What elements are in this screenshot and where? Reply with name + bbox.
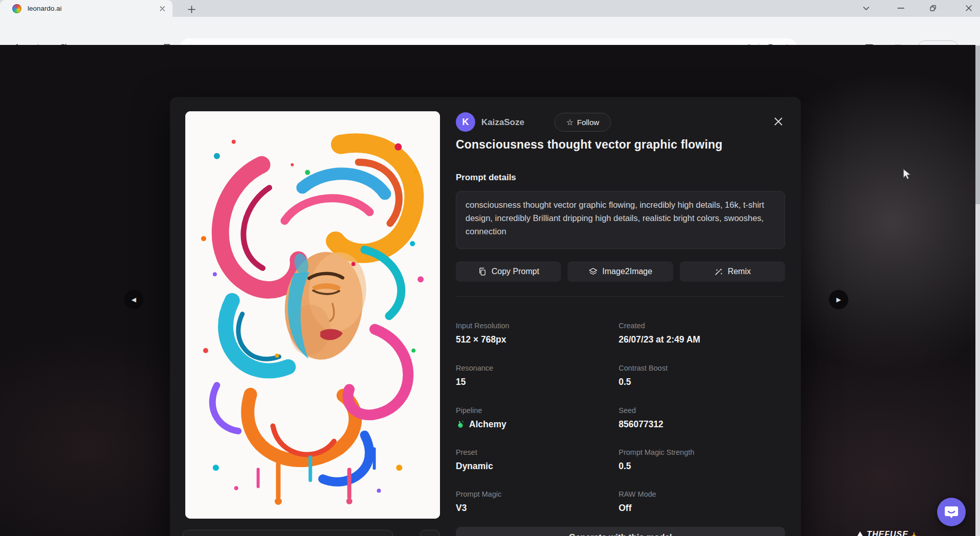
generate-with-model-button[interactable]: Generate with this model — [456, 527, 785, 536]
remix-label: Remix — [728, 267, 751, 276]
tab-close-icon[interactable] — [157, 4, 167, 14]
watermark-text: THEFUSE — [867, 530, 909, 536]
watermark-flame-icon — [912, 531, 917, 536]
browser-toolbar: app.leonardo.ai — [0, 17, 980, 45]
next-arrow-icon: ▶ — [836, 296, 841, 303]
window-minimize-icon[interactable] — [893, 1, 909, 15]
image2image-label: Image2Image — [602, 267, 652, 276]
user-name[interactable]: KaizaSoze — [481, 117, 524, 128]
user-avatar[interactable]: K — [456, 112, 475, 132]
support-chat-button[interactable] — [937, 498, 966, 526]
detail-input-resolution: Input Resolution 512 × 768px — [456, 321, 609, 346]
detail-prompt-magic: Prompt Magic V3 — [456, 490, 609, 514]
detail-row: Prompt Magic V3 RAW Mode Off — [456, 490, 785, 517]
bottom-action-bar[interactable] — [183, 530, 393, 536]
detail-row: Pipeline Alchemy Seed 856077312 — [456, 406, 785, 433]
leonardo-favicon-icon — [12, 4, 21, 13]
remix-button[interactable]: Remix — [680, 261, 785, 282]
window-close-icon[interactable] — [961, 1, 976, 15]
detail-row: Preset Dynamic Prompt Magic Strength 0.5 — [456, 448, 785, 475]
bottom-action-button[interactable] — [420, 530, 440, 536]
watermark-triangle-icon — [856, 531, 864, 536]
detail-contrast-boost: Contrast Boost 0.5 — [619, 363, 772, 388]
prompt-details-heading: Prompt details — [456, 173, 516, 183]
browser-tab-strip: leonardo.ai — [0, 0, 980, 17]
copy-prompt-label: Copy Prompt — [492, 267, 539, 276]
detail-raw-mode: RAW Mode Off — [619, 490, 772, 514]
image2image-button[interactable]: Image2Image — [568, 261, 673, 282]
copy-icon — [478, 267, 487, 276]
watermark: THEFUSE — [856, 530, 917, 536]
prev-arrow-icon: ◀ — [131, 296, 136, 303]
prompt-text: consciousness thought vector graphic flo… — [456, 191, 785, 249]
detail-preset: Preset Dynamic — [456, 448, 609, 472]
close-modal-icon[interactable] — [771, 114, 786, 129]
page-scrollbar-thumb[interactable] — [975, 46, 980, 204]
prompt-actions: Copy Prompt Image2Image Remix — [456, 261, 785, 282]
generated-image[interactable] — [185, 111, 440, 519]
chat-icon — [944, 504, 959, 520]
browser-tab[interactable]: leonardo.ai — [0, 0, 173, 17]
layers-icon — [589, 267, 598, 276]
detail-row: Input Resolution 512 × 768px Created 26/… — [456, 321, 785, 349]
new-tab-button[interactable] — [185, 3, 198, 16]
follow-label: Follow — [577, 118, 599, 127]
detail-row: Resonance 15 Contrast Boost 0.5 — [456, 363, 785, 391]
detail-resonance: Resonance 15 — [456, 363, 609, 388]
flask-icon — [456, 420, 465, 429]
detail-created: Created 26/07/23 at 2:49 AM — [619, 321, 772, 346]
image-title: Consciousness thought vector graphic flo… — [456, 138, 788, 152]
previous-image-button[interactable]: ◀ — [124, 290, 143, 309]
image-detail-modal: K KaizaSoze ☆ Follow Consciousness thoug… — [170, 97, 801, 536]
detail-seed: Seed 856077312 — [619, 406, 772, 430]
wand-icon — [714, 267, 723, 276]
tab-title: leonardo.ai — [28, 5, 157, 12]
window-restore-icon[interactable] — [925, 1, 941, 15]
detail-prompt-magic-strength: Prompt Magic Strength 0.5 — [619, 448, 772, 472]
copy-prompt-button[interactable]: Copy Prompt — [456, 261, 561, 282]
next-image-button[interactable]: ▶ — [829, 290, 848, 309]
detail-pipeline: Pipeline Alchemy — [456, 406, 609, 430]
star-icon: ☆ — [566, 118, 573, 127]
screen: leonardo.ai — [0, 0, 980, 536]
window-chevron-icon[interactable] — [859, 1, 874, 15]
divider — [456, 296, 785, 297]
follow-button[interactable]: ☆ Follow — [554, 113, 611, 132]
